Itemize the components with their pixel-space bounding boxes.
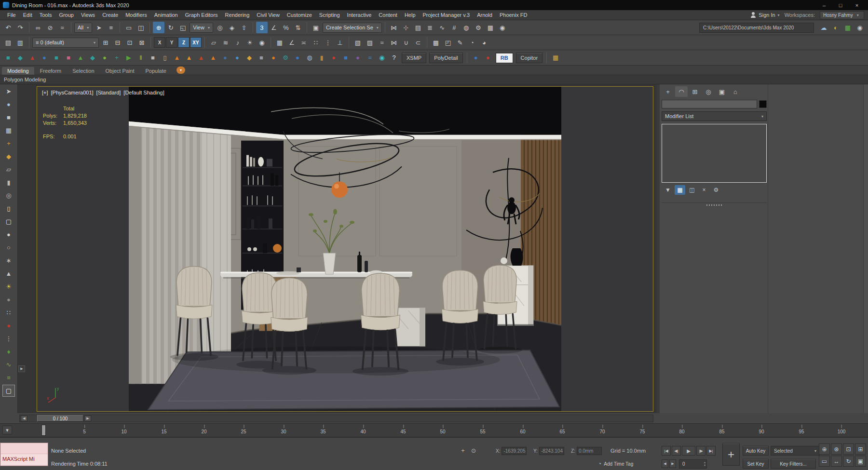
rectangular-selection-icon[interactable]: ▭ — [123, 22, 135, 33]
purge-cache-icon[interactable]: ▯ — [159, 52, 171, 64]
phoenix-blaze-icon[interactable]: ▲ — [207, 52, 219, 64]
grid-icon[interactable]: ▦ — [2, 124, 15, 136]
viewport-menu-shading[interactable]: [Default Shading] — [123, 90, 164, 95]
red-droplet-icon[interactable]: ● — [2, 320, 15, 332]
time-slider-marker[interactable] — [41, 425, 46, 436]
z-coordinate-field[interactable]: 0.0mm — [577, 447, 602, 455]
bind-to-space-warp-icon[interactable]: ≈ — [56, 22, 68, 33]
command-panel-scrollbar[interactable] — [863, 84, 868, 413]
next-frame-arrow[interactable]: ▶ — [84, 416, 91, 421]
viewport-menu-general[interactable]: [+] — [42, 90, 48, 95]
pan-icon[interactable]: ↔ — [831, 456, 842, 467]
isoline-display-icon[interactable]: ≋ — [220, 37, 231, 48]
morph-target-icon[interactable]: ◔ — [466, 37, 478, 48]
star-icon[interactable]: ∗ — [2, 255, 15, 267]
cylinder-icon[interactable]: ▮ — [2, 176, 15, 188]
add-selection-to-layer-icon[interactable]: ⊟ — [112, 37, 123, 48]
add-time-tag-button[interactable]: ◔Add Time Tag — [598, 460, 633, 467]
xsmp-button[interactable]: XSMP — [402, 53, 426, 63]
water-sim-icon[interactable]: ≈ — [364, 52, 376, 64]
motion-tab-icon[interactable]: ◎ — [702, 86, 715, 97]
menu-edit[interactable]: Edit — [20, 11, 36, 19]
previous-key-button[interactable]: ◀ — [662, 459, 668, 468]
sound-toggle-icon[interactable]: ♪ — [232, 37, 244, 48]
viewport-menu-standard[interactable]: [Standard] — [96, 90, 121, 95]
align-icon[interactable]: ⊹ — [400, 22, 412, 33]
axis-cross-icon[interactable]: + — [2, 137, 15, 149]
angle-measure-icon[interactable]: ∠ — [286, 37, 298, 48]
configure-modifier-sets-icon[interactable]: ⚙ — [711, 185, 721, 195]
cube-icon[interactable]: ■ — [2, 111, 15, 123]
pin-stack-icon[interactable]: ▼ — [663, 185, 673, 195]
proxy-export-icon[interactable]: ■ — [256, 52, 267, 64]
menu-views[interactable]: Views — [78, 11, 98, 19]
select-and-scale-icon[interactable]: ◱ — [177, 22, 189, 33]
project-folder-field[interactable]: C:\Users\20122\Documents\3ds Max 2020 — [699, 23, 814, 33]
panel-splitter[interactable] — [662, 202, 767, 207]
undo-icon[interactable]: ↶ — [2, 22, 14, 33]
restrict-xy-plane-button[interactable]: XY — [190, 37, 202, 48]
itoo-update-icon[interactable]: + — [111, 52, 122, 64]
rb-button[interactable]: RB — [496, 53, 513, 63]
sphere-blue-icon[interactable]: ● — [2, 98, 15, 110]
scene-cleaner-icon[interactable]: ▲ — [27, 52, 38, 64]
zoom-extents-all-icon[interactable]: ⊞ — [855, 443, 866, 455]
menu-tools[interactable]: Tools — [36, 11, 55, 19]
ignite-red-icon[interactable]: ● — [482, 52, 494, 64]
capsule-icon[interactable]: ▯ — [2, 202, 15, 215]
maximize-viewport-toggle-icon[interactable]: ▣ — [855, 456, 866, 467]
array-tool-icon[interactable]: ∷ — [310, 37, 322, 48]
unwrap-uvw-icon[interactable]: ◰ — [442, 37, 454, 48]
select-object-icon[interactable]: ➤ — [93, 22, 105, 33]
paint-deform-icon[interactable]: ✎ — [454, 37, 466, 48]
forest-pack-icon[interactable]: ▲ — [75, 52, 86, 64]
railclone-icon[interactable]: ◆ — [87, 52, 98, 64]
time-slider-track[interactable]: ◀ 0 / 100 ▶ — [19, 415, 653, 422]
relax-modifier-icon[interactable]: ≈ — [376, 37, 388, 48]
polygon-modeling-panel[interactable]: Polygon Modeling — [0, 75, 868, 84]
weld-vertices-icon[interactable]: ∪ — [400, 37, 412, 48]
named-selection-sets-dropdown[interactable]: Create Selection Se▾ — [323, 23, 382, 33]
lattice-modifier-icon[interactable]: ▨ — [364, 37, 376, 48]
select-and-move-icon[interactable]: ⊕ — [153, 22, 164, 33]
material-editor-icon[interactable]: ◍ — [461, 22, 472, 33]
tab-populate[interactable]: Populate — [140, 67, 171, 75]
menu-scripting[interactable]: Scripting — [316, 11, 343, 19]
curve-editor-icon[interactable]: ∿ — [436, 22, 448, 33]
selection-lock-toggle-icon[interactable]: ⊙ — [469, 446, 478, 456]
symmetry-modifier-icon[interactable]: ⋈ — [388, 37, 400, 48]
teapot-icon[interactable]: ◆ — [2, 150, 15, 162]
select-and-rotate-icon[interactable]: ↻ — [165, 22, 176, 33]
toolbar-flyout-arrow[interactable]: ▶ — [18, 365, 25, 372]
gray-sphere-icon[interactable]: ● — [2, 228, 15, 241]
next-key-button[interactable]: ▶ — [669, 459, 676, 468]
red-shader-icon[interactable]: ● — [328, 52, 339, 64]
menu-civil-view[interactable]: Civil View — [253, 11, 283, 19]
sun-icon[interactable]: ☀ — [2, 281, 15, 293]
zoom-all-icon[interactable]: ⊛ — [831, 443, 842, 455]
zoom-extents-icon[interactable]: ⊡ — [843, 443, 854, 455]
plane-icon[interactable]: ▱ — [2, 163, 15, 175]
next-frame-button[interactable]: |▶ — [696, 446, 705, 456]
zoom-region-icon[interactable]: ▭ — [819, 456, 830, 467]
cone-icon[interactable]: ▲ — [2, 268, 15, 280]
render-setup-icon[interactable]: ⚙ — [473, 22, 484, 33]
stop-preview-icon[interactable]: ■ — [147, 52, 159, 64]
spacing-tool-icon[interactable]: ⋮ — [322, 37, 334, 48]
toggle-scene-explorer-icon[interactable]: ▤ — [2, 37, 14, 48]
help-icon[interactable]: ? — [388, 52, 400, 64]
debris-maker-icon[interactable]: ■ — [63, 52, 74, 64]
menu-rendering[interactable]: Rendering — [222, 11, 253, 19]
use-pivot-point-icon[interactable]: ◎ — [214, 22, 226, 33]
prune-scene-icon[interactable]: ■ — [51, 52, 62, 64]
measure-distance-icon[interactable]: ≍ — [298, 37, 310, 48]
active-tool-icon[interactable]: ▢ — [2, 385, 15, 397]
tab-object-paint[interactable]: Object Paint — [100, 67, 140, 75]
normal-align-icon[interactable]: ⊥ — [334, 37, 346, 48]
tab-modeling[interactable]: Modeling — [2, 67, 34, 75]
tab-freeform[interactable]: Freeform — [35, 67, 67, 75]
modifier-list-dropdown[interactable]: Modifier List ▾ — [662, 111, 767, 121]
render-production-icon[interactable]: ◉ — [497, 22, 508, 33]
droplet-sim-icon[interactable]: ● — [231, 52, 243, 64]
scatter-dots-icon[interactable]: ∷ — [2, 307, 15, 319]
